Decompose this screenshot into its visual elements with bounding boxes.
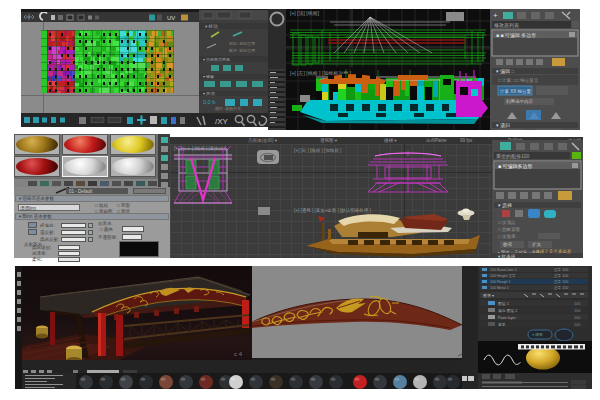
svg-text:收缩: 收缩 [503, 241, 513, 247]
svg-text:□ 忽略背面: □ 忽略背面 [498, 227, 520, 232]
svg-text:100: 100 [574, 316, 580, 320]
svg-text:粘贴: 粘贴位置: 粘贴: 粘贴位置 [229, 41, 255, 46]
svg-text:▾ 编辑 ::: ▾ 编辑 :: [496, 68, 514, 74]
svg-text:100 BaseColor 1: 100 BaseColor 1 [490, 268, 517, 272]
svg-text:■ ■ 可编辑 多边形: ■ ■ 可编辑 多边形 [496, 32, 536, 38]
svg-text:100 Rough 1: 100 Rough 1 [490, 280, 511, 284]
svg-text:▾ 选择: ▾ 选择 [498, 202, 512, 209]
svg-text:□ 按顶点: □ 按顶点 [498, 220, 516, 225]
svg-text:正常 100: 正常 100 [554, 280, 568, 284]
svg-text:断开: 粘贴位置: 断开: 粘贴位置 [229, 48, 255, 53]
svg-text:□ 按角度:: □ 按角度: [498, 234, 517, 240]
svg-text:修改器列表: 修改器列表 [493, 22, 519, 29]
svg-text:+: + [493, 11, 498, 20]
svg-text:背景: 背景 [498, 322, 506, 327]
svg-text:100: 100 [574, 309, 580, 313]
svg-text:[+] [顶] [线框]: [+] [顶] [线框] [290, 10, 320, 16]
svg-text:□ 计算: □□ 细分显示: □ 计算: □□ 细分显示 [498, 77, 539, 84]
svg-text:100: 100 [574, 302, 580, 306]
svg-text:▾ 自由形式变换: ▾ 自由形式变换 [203, 57, 230, 62]
svg-text:乘坐的船身100: 乘坐的船身100 [496, 153, 530, 160]
svg-text:0,0 b: 0,0 b [203, 99, 215, 105]
svg-text:Paint layer: Paint layer [498, 316, 517, 320]
svg-text:c 4: c 4 [234, 351, 243, 357]
svg-text:利用选中内容: 利用选中内容 [506, 99, 534, 104]
svg-text:/XY: /XY [215, 117, 229, 126]
svg-text:栅格: 吸附开关: 栅格: 吸附开关 [215, 106, 241, 112]
svg-text:100 Metal 1: 100 Metal 1 [490, 286, 509, 290]
svg-text:计算 XX 细分量: 计算 XX 细分量 [499, 89, 532, 94]
svg-text:UV: UV [167, 15, 175, 21]
svg-text:图层 ▾: 图层 ▾ [483, 293, 494, 298]
svg-text:≡ 缩放: ≡ 缩放 [532, 332, 543, 337]
svg-text:正常 100: 正常 100 [554, 268, 568, 272]
svg-text:填充 图层 2: 填充 图层 2 [497, 308, 517, 313]
svg-text:▾ 递归: ▾ 递归 [496, 122, 510, 128]
svg-text:■ 可编辑多边形: ■ 可编辑多边形 [498, 163, 532, 169]
svg-text:正常 100: 正常 100 [554, 274, 568, 278]
svg-text:▾ 开/关: ▾ 开/关 [203, 91, 215, 96]
svg-text:正常 100: 正常 100 [554, 286, 568, 290]
svg-text:图层 1: 图层 1 [498, 302, 509, 306]
svg-text:100 Height 正常: 100 Height 正常 [490, 274, 516, 278]
svg-text:▾ 镜像: ▾ 镜像 [203, 74, 214, 79]
svg-text:扩大: 扩大 [532, 242, 542, 247]
svg-text:▾ 移动: ▾ 移动 [205, 24, 218, 29]
svg-text:100: 100 [574, 323, 580, 327]
